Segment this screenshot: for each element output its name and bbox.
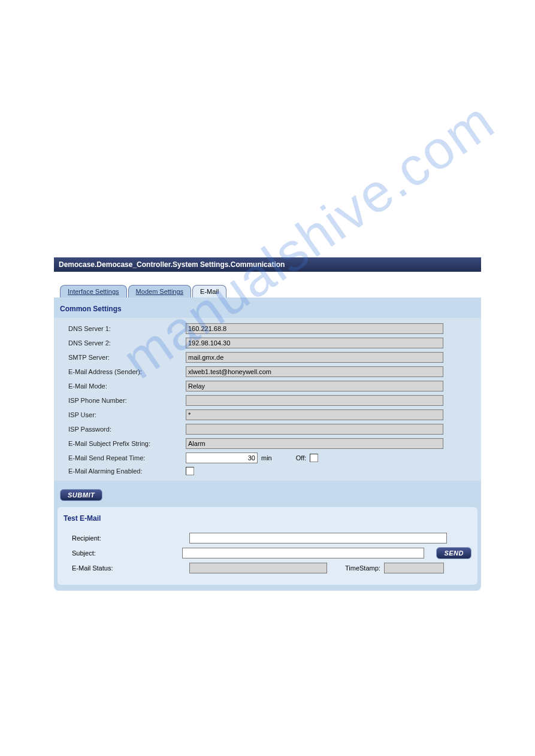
submit-button[interactable]: SUBMIT	[60, 489, 102, 501]
row-isp-password: ISP Password:	[54, 422, 481, 436]
row-smtp: SMTP Server:	[54, 350, 481, 365]
tab-modem-settings[interactable]: Modem Settings	[128, 285, 191, 297]
row-isp-user: ISP User:	[54, 408, 481, 422]
common-settings-header: Common Settings	[54, 297, 481, 318]
test-email-header: Test E-Mail	[58, 507, 477, 527]
row-recipient: Recipient:	[64, 531, 471, 545]
input-isp-phone[interactable]	[186, 395, 443, 406]
input-dns2[interactable]	[186, 338, 443, 348]
checkbox-off[interactable]	[310, 454, 318, 462]
email-settings-panel: Common Settings DNS Server 1: DNS Server…	[54, 297, 481, 591]
row-subject: Subject: SEND	[64, 545, 471, 561]
label-repeat-time: E-Mail Send Repeat Time:	[60, 454, 186, 462]
checkbox-alarming-enabled[interactable]	[186, 467, 194, 475]
input-email-mode[interactable]	[186, 381, 443, 391]
row-isp-phone: ISP Phone Number:	[54, 393, 481, 408]
tab-bar: Interface Settings Modem Settings E-Mail	[54, 285, 481, 297]
row-alarming-enabled: E-Mail Alarming Enabled:	[54, 465, 481, 477]
input-repeat-time[interactable]	[186, 453, 258, 463]
row-email-mode: E-Mail Mode:	[54, 379, 481, 393]
label-dns1: DNS Server 1:	[60, 325, 186, 332]
send-button[interactable]: SEND	[436, 547, 471, 559]
label-email-status: E-Mail Status:	[64, 564, 189, 572]
label-isp-user: ISP User:	[60, 411, 186, 418]
label-isp-phone: ISP Phone Number:	[60, 397, 186, 404]
label-subject: Subject:	[64, 549, 182, 557]
label-recipient: Recipient:	[64, 535, 189, 542]
input-sender[interactable]	[186, 366, 443, 377]
tab-email[interactable]: E-Mail	[192, 285, 226, 297]
input-isp-user[interactable]	[186, 409, 443, 420]
input-isp-password[interactable]	[186, 424, 443, 435]
unit-repeat-time: min	[261, 454, 272, 462]
input-subject-prefix[interactable]	[186, 438, 443, 449]
label-smtp: SMTP Server:	[60, 354, 186, 361]
row-dns2: DNS Server 2:	[54, 336, 481, 350]
submit-bar: SUBMIT	[54, 481, 481, 507]
input-dns1[interactable]	[186, 323, 443, 334]
label-subject-prefix: E-Mail Subject Prefix String:	[60, 440, 186, 447]
row-dns1: DNS Server 1:	[54, 321, 481, 336]
label-dns2: DNS Server 2:	[60, 339, 186, 347]
row-email-status: E-Mail Status: TimeStamp:	[64, 561, 471, 575]
label-email-mode: E-Mail Mode:	[60, 382, 186, 390]
output-email-status	[189, 563, 327, 573]
output-timestamp	[384, 563, 444, 573]
tab-interface-settings[interactable]: Interface Settings	[60, 285, 127, 297]
label-isp-password: ISP Password:	[60, 426, 186, 433]
label-off: Off:	[296, 454, 307, 462]
top-spacer	[0, 0, 535, 257]
input-subject[interactable]	[182, 548, 424, 558]
input-smtp[interactable]	[186, 352, 443, 363]
label-timestamp: TimeStamp:	[345, 564, 380, 572]
test-email-section: Test E-Mail Recipient: Subject: SEND E-M…	[58, 507, 477, 585]
row-sender: E-Mail Address (Sender):	[54, 365, 481, 379]
breadcrumb-title-bar: Democase.Democase_Controller.System Sett…	[54, 257, 481, 272]
label-sender: E-Mail Address (Sender):	[60, 368, 186, 375]
label-alarming-enabled: E-Mail Alarming Enabled:	[60, 467, 186, 475]
input-recipient[interactable]	[189, 533, 447, 544]
row-subject-prefix: E-Mail Subject Prefix String:	[54, 436, 481, 451]
row-repeat-time: E-Mail Send Repeat Time: min Off:	[54, 451, 481, 465]
common-settings-form: DNS Server 1: DNS Server 2: SMTP Server:…	[54, 318, 481, 481]
